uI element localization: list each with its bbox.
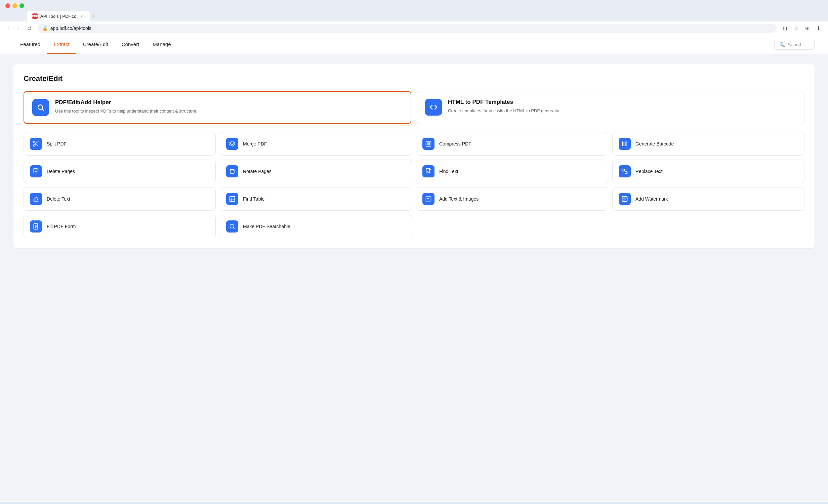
tool-label-split-pdf: Split PDF <box>47 141 67 146</box>
scissors-icon <box>30 138 42 150</box>
nav-item-manage[interactable]: Manage <box>146 35 177 54</box>
barcode-icon <box>619 138 631 150</box>
tool-item-fill-pdf-form[interactable]: Fill PDF Form <box>24 215 216 238</box>
tool-label-delete-pages: Delete Pages <box>47 169 75 174</box>
tool-label-rotate-pages: Rotate Pages <box>243 169 272 174</box>
extensions-icon[interactable]: ⊞ <box>803 24 812 33</box>
featured-card-html-pdf[interactable]: HTML to PDF Templates Create templates f… <box>417 91 804 124</box>
nav-item-featured[interactable]: Featured <box>13 35 47 54</box>
doc-minus-icon <box>30 165 42 177</box>
layers-icon <box>226 138 238 150</box>
tool-label-make-searchable: Make PDF Searchable <box>243 224 290 229</box>
tool-label-fill-pdf-form: Fill PDF Form <box>47 224 76 229</box>
card-icon-code <box>425 99 442 116</box>
section-container: Create/Edit PDF/Edit/Add Helper Use this… <box>13 64 815 248</box>
table-icon <box>226 193 238 205</box>
search-label: Search <box>788 42 802 47</box>
tool-label-add-text-images: Add Text & Images <box>439 196 479 202</box>
tool-item-rotate-pages[interactable]: Rotate Pages <box>220 160 412 183</box>
tool-grid: Split PDF Merge PDF <box>24 132 804 238</box>
featured-card-pdf-helper[interactable]: PDF/Edit/Add Helper Use this tool to ins… <box>24 91 411 124</box>
svg-line-34 <box>623 197 625 199</box>
address-bar-row: ‹ › ↺ 🔒 app.pdf.co/api-tools ⊡ ☆ ⊞ ⬇ <box>0 22 828 35</box>
traffic-lights <box>5 3 24 8</box>
form-icon <box>30 220 42 233</box>
refresh-button[interactable]: ↺ <box>25 24 34 33</box>
tool-label-merge-pdf: Merge PDF <box>243 141 267 146</box>
svg-line-1 <box>42 109 44 111</box>
forward-button[interactable]: › <box>15 24 21 33</box>
bookmark-icon[interactable]: ☆ <box>792 24 800 33</box>
tool-label-generate-barcode: Generate Barcode <box>635 141 674 146</box>
svg-rect-26 <box>230 197 235 202</box>
tool-item-replace-text[interactable]: Replace Text <box>612 160 804 183</box>
nav-item-extract[interactable]: Extract <box>47 35 76 54</box>
featured-row: PDF/Edit/Add Helper Use this tool to ins… <box>24 91 804 124</box>
title-bar <box>0 0 828 11</box>
card-icon-search <box>32 99 49 116</box>
card-text-html-pdf: HTML to PDF Templates Create templates f… <box>448 99 796 114</box>
back-button[interactable]: ‹ <box>5 24 11 33</box>
maximize-button[interactable] <box>19 3 24 8</box>
card-text-pdf-helper: PDF/Edit/Add Helper Use this tool to ins… <box>55 99 403 115</box>
download-page-icon[interactable]: ⊡ <box>781 24 789 33</box>
site-nav: Featured Extract Create/Edit Convert Man… <box>0 35 828 54</box>
svg-marker-6 <box>230 141 235 145</box>
address-url: app.pdf.co/api-tools <box>50 26 772 31</box>
tool-item-find-text[interactable]: Find Text <box>416 160 608 183</box>
tool-item-merge-pdf[interactable]: Merge PDF <box>220 132 412 156</box>
lock-icon: 🔒 <box>42 26 48 31</box>
text-t-icon: T <box>422 193 434 205</box>
card-title-pdf-helper: PDF/Edit/Add Helper <box>55 99 403 106</box>
tool-label-delete-text: Delete Text <box>47 196 70 202</box>
tool-item-add-watermark[interactable]: Add Watermark <box>612 187 804 211</box>
tool-item-split-pdf[interactable]: Split PDF <box>24 132 216 156</box>
svg-point-3 <box>34 145 35 146</box>
tool-item-delete-text[interactable]: Delete Text <box>24 187 216 211</box>
eraser-icon <box>30 193 42 205</box>
search-box[interactable]: 🔍 Search <box>774 40 815 50</box>
browser-tab[interactable]: PDF API Tools | PDF.co × <box>27 11 90 22</box>
download-icon[interactable]: ⬇ <box>814 24 823 33</box>
svg-line-33 <box>623 197 626 201</box>
card-title-html-pdf: HTML to PDF Templates <box>448 99 796 106</box>
main-area: Create/Edit PDF/Edit/Add Helper Use this… <box>0 54 828 501</box>
card-desc-html-pdf: Create templates for use with the HTML t… <box>448 108 796 114</box>
search-doc-icon <box>422 165 434 177</box>
nav-item-convert[interactable]: Convert <box>115 35 146 54</box>
tool-item-delete-pages[interactable]: Delete Pages <box>24 160 216 183</box>
compress-icon <box>422 138 434 150</box>
svg-line-41 <box>234 228 235 229</box>
tool-item-find-table[interactable]: Find Table <box>220 187 412 211</box>
tab-close-icon[interactable]: × <box>79 13 84 19</box>
tool-item-make-searchable[interactable]: Make PDF Searchable <box>220 215 412 238</box>
svg-text:T: T <box>427 198 429 201</box>
close-button[interactable] <box>5 3 10 8</box>
tool-label-add-watermark: Add Watermark <box>635 196 668 202</box>
svg-rect-23 <box>622 169 625 171</box>
tool-item-generate-barcode[interactable]: Generate Barcode <box>612 132 804 156</box>
tab-title: API Tools | PDF.co <box>40 14 76 19</box>
tool-item-add-text-images[interactable]: T Add Text & Images <box>416 187 608 211</box>
tool-label-compress-pdf: Compress PDF <box>439 141 471 146</box>
tool-label-find-table: Find Table <box>243 196 264 202</box>
search-icon: 🔍 <box>779 42 785 47</box>
watermark-icon <box>619 193 631 205</box>
svg-line-35 <box>625 199 626 201</box>
minimize-button[interactable] <box>12 3 17 8</box>
svg-point-2 <box>34 141 35 143</box>
tab-favicon: PDF <box>32 13 38 19</box>
tool-item-compress-pdf[interactable]: Compress PDF <box>416 132 608 156</box>
address-bar[interactable]: 🔒 app.pdf.co/api-tools <box>38 24 777 33</box>
svg-rect-17 <box>34 169 37 173</box>
tab-bar: PDF API Tools | PDF.co × + <box>0 11 828 22</box>
page-content: Featured Extract Create/Edit Convert Man… <box>0 35 828 502</box>
tool-label-find-text: Find Text <box>439 169 458 174</box>
tool-label-replace-text: Replace Text <box>635 169 663 174</box>
replace-icon <box>619 165 631 177</box>
search-circle-icon <box>226 220 238 233</box>
card-desc-pdf-helper: Use this tool to inspect PDFs to help un… <box>55 108 403 115</box>
browser-chrome: PDF API Tools | PDF.co × + ‹ › ↺ 🔒 app.p… <box>0 0 828 35</box>
nav-item-createedit[interactable]: Create/Edit <box>76 35 115 54</box>
new-tab-button[interactable]: + <box>91 12 95 20</box>
